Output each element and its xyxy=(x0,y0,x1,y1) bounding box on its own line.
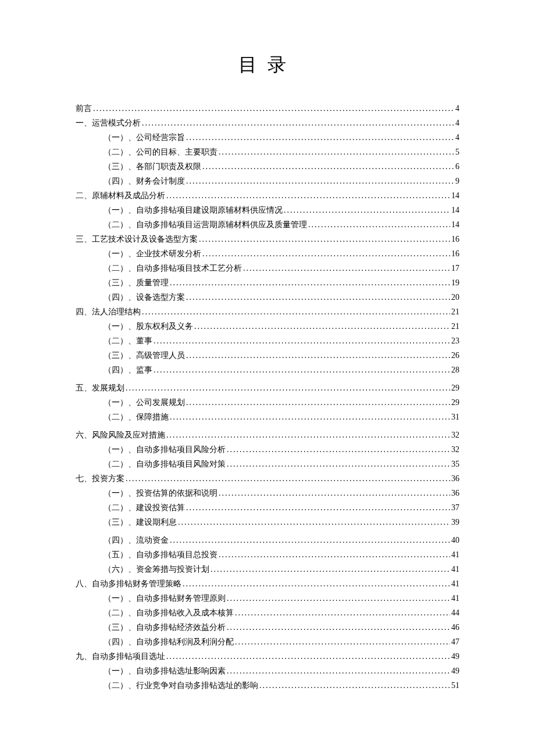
toc-leader-dots xyxy=(141,116,454,130)
toc-entry-text: （三）、质量管理 xyxy=(104,275,169,290)
toc-entry-text: （二）、公司的目标、主要职责 xyxy=(104,145,217,159)
toc-entry-text: 一、运营模式分析 xyxy=(76,116,141,130)
toc-leader-dots xyxy=(226,620,450,635)
toc-entry-text: 七、投资方案 xyxy=(76,471,124,486)
toc-entry-page: 21 xyxy=(450,304,459,319)
toc-leader-dots xyxy=(226,664,450,678)
toc-entry-text: （二）、行业竞争对自动多排钻选址的影响 xyxy=(104,678,258,693)
toc-entry-page: 9 xyxy=(454,174,459,188)
toc-leader-dots xyxy=(165,649,450,664)
toc-entry: （二）、行业竞争对自动多排钻选址的影响51 xyxy=(76,678,459,693)
toc-entry: （三）、自动多排钻经济效益分析46 xyxy=(76,620,459,635)
toc-entry-text: （一）、投资估算的依据和说明 xyxy=(104,486,217,500)
toc-leader-dots xyxy=(185,130,454,145)
toc-leader-dots xyxy=(169,410,450,424)
toc-entry: （二）、董事23 xyxy=(76,334,459,348)
toc-leader-dots xyxy=(169,275,450,290)
toc-entry-text: 三、工艺技术设计及设备选型方案 xyxy=(76,232,198,246)
toc-leader-dots xyxy=(209,562,450,576)
toc-entry: （三）、高级管理人员26 xyxy=(76,348,459,363)
toc-leader-dots xyxy=(185,290,450,304)
toc-entry-text: 二、原辅材料及成品分析 xyxy=(76,188,165,203)
toc-leader-dots xyxy=(165,188,450,203)
toc-entry: （五）、自动多排钻项目总投资41 xyxy=(76,547,459,562)
toc-entry-text: （一）、自动多排钻项目建设期原辅材料供应情况 xyxy=(104,203,283,217)
toc-entry: 八、自动多排钻财务管理策略41 xyxy=(76,576,459,591)
toc-entry-page: 17 xyxy=(450,261,459,275)
toc-entry-page: 39 xyxy=(450,515,459,529)
toc-leader-dots xyxy=(165,428,450,442)
toc-entry: （二）、自动多排钻项目运营期原辅材料供应及质量管理14 xyxy=(76,217,459,232)
toc-entry-page: 41 xyxy=(450,562,459,576)
toc-entry-text: （五）、自动多排钻项目总投资 xyxy=(104,547,217,562)
toc-entry-text: （一）、企业技术研发分析 xyxy=(104,246,201,261)
toc-entry-page: 29 xyxy=(450,381,459,395)
toc-leader-dots xyxy=(201,246,450,261)
toc-entry-page: 41 xyxy=(450,591,459,605)
toc-entry: （一）、投资估算的依据和说明36 xyxy=(76,486,459,500)
toc-entry-page: 14 xyxy=(450,217,459,232)
toc-entry: （四）、自动多排钻利润及利润分配47 xyxy=(76,635,459,649)
toc-leader-dots xyxy=(177,515,450,529)
toc-leader-dots xyxy=(217,145,454,159)
toc-entry-text: （三）、建设期利息 xyxy=(104,515,177,529)
toc-entry-text: 八、自动多排钻财务管理策略 xyxy=(76,576,181,591)
toc-leader-dots xyxy=(185,395,450,410)
toc-entry: （二）、自动多排钻收入及成本核算44 xyxy=(76,605,459,620)
toc-entry: （四）、监事28 xyxy=(76,363,459,377)
toc-entry: （四）、财务会计制度9 xyxy=(76,174,459,188)
toc-entry: （二）、公司的目标、主要职责5 xyxy=(76,145,459,159)
toc-entry-text: （三）、各部门职责及权限 xyxy=(104,159,201,174)
toc-leader-dots xyxy=(242,261,450,275)
toc-entry: （四）、流动资金40 xyxy=(76,533,459,547)
toc-leader-dots xyxy=(185,500,450,515)
toc-entry-page: 21 xyxy=(450,319,459,334)
toc-entry: （六）、资金筹措与投资计划41 xyxy=(76,562,459,576)
toc-entry-text: （三）、高级管理人员 xyxy=(104,348,185,363)
toc-leader-dots xyxy=(307,217,450,232)
toc-entry-text: （四）、监事 xyxy=(104,363,152,377)
toc-leader-dots xyxy=(217,547,450,562)
toc-entry-page: 23 xyxy=(450,334,459,348)
toc-entry-page: 6 xyxy=(454,159,459,174)
toc-entry-text: （二）、自动多排钻项目运营期原辅材料供应及质量管理 xyxy=(104,217,307,232)
toc-entry: 一、运营模式分析4 xyxy=(76,116,459,130)
toc-entry: （三）、各部门职责及权限6 xyxy=(76,159,459,174)
toc-entry: （一）、自动多排钻项目风险分析32 xyxy=(76,442,459,457)
toc-entry-page: 16 xyxy=(450,246,459,261)
toc-entry: （三）、建设期利息39 xyxy=(76,515,459,529)
toc-entry-page: 51 xyxy=(450,678,459,693)
toc-entry: （一）、企业技术研发分析16 xyxy=(76,246,459,261)
toc-entry-text: 前言 xyxy=(76,101,92,116)
toc-entry-page: 41 xyxy=(450,576,459,591)
toc-entry-page: 35 xyxy=(450,457,459,471)
toc-leader-dots xyxy=(185,174,454,188)
toc-entry-page: 46 xyxy=(450,620,459,635)
toc-entry-page: 37 xyxy=(450,500,459,515)
toc-leader-dots xyxy=(141,304,450,319)
toc-entry-text: （四）、设备选型方案 xyxy=(104,290,185,304)
toc-leader-dots xyxy=(193,319,450,334)
toc-leader-dots xyxy=(124,381,450,395)
toc-leader-dots xyxy=(226,442,450,457)
toc-entry-text: 五、发展规划 xyxy=(76,381,124,395)
toc-entry: 四、法人治理结构21 xyxy=(76,304,459,319)
toc-entry-text: （一）、自动多排钻项目风险分析 xyxy=(104,442,226,457)
toc-entry-page: 36 xyxy=(450,471,459,486)
toc-entry-page: 5 xyxy=(454,145,459,159)
toc-entry-text: （四）、自动多排钻利润及利润分配 xyxy=(104,635,234,649)
toc-leader-dots xyxy=(124,471,450,486)
toc-entry: （二）、自动多排钻项目技术工艺分析17 xyxy=(76,261,459,275)
toc-entry-page: 49 xyxy=(450,649,459,664)
toc-entry-page: 28 xyxy=(450,363,459,377)
toc-entry: （一）、股东权利及义务21 xyxy=(76,319,459,334)
toc-leader-dots xyxy=(217,486,450,500)
toc-entry-page: 14 xyxy=(450,188,459,203)
toc-entry: 二、原辅材料及成品分析14 xyxy=(76,188,459,203)
toc-entry-page: 4 xyxy=(454,130,459,145)
toc-entry-page: 16 xyxy=(450,232,459,246)
table-of-contents: 前言4一、运营模式分析4（一）、公司经营宗旨4（二）、公司的目标、主要职责5（三… xyxy=(76,101,459,693)
toc-entry-text: （六）、资金筹措与投资计划 xyxy=(104,562,209,576)
toc-entry-page: 29 xyxy=(450,395,459,410)
toc-entry: （三）、质量管理19 xyxy=(76,275,459,290)
